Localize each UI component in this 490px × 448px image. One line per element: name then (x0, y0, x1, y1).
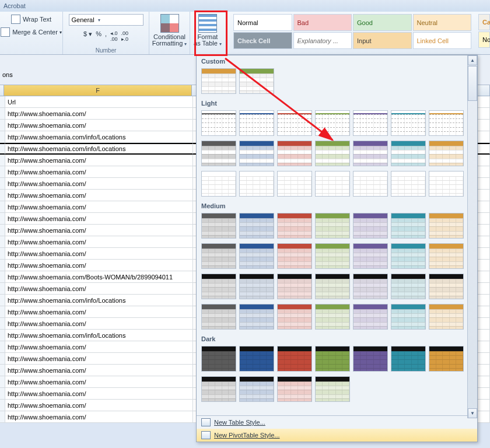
table-style-option[interactable] (277, 110, 312, 136)
table-style-option[interactable] (201, 243, 236, 269)
table-style-option[interactable] (315, 346, 350, 372)
cell-url[interactable]: http://www.shoemania.com/ (5, 400, 193, 411)
new-table-style-button[interactable]: New Table Style... (197, 416, 477, 429)
table-style-option[interactable] (239, 213, 274, 239)
table-style-option[interactable] (201, 171, 236, 197)
table-style-option[interactable] (429, 274, 464, 299)
table-style-option[interactable] (239, 346, 274, 372)
table-style-option[interactable] (201, 274, 236, 299)
table-style-option[interactable] (429, 346, 464, 372)
scroll-down-button[interactable]: ▼ (468, 408, 477, 418)
table-style-option[interactable] (353, 304, 388, 330)
cell-url[interactable]: http://www.shoemania.com/ (5, 411, 193, 423)
cell-url[interactable]: http://www.shoemania.com/ (5, 318, 193, 330)
table-style-option[interactable] (391, 171, 426, 197)
table-style-option[interactable] (391, 304, 426, 330)
table-style-option[interactable] (315, 110, 350, 136)
cell-url[interactable]: http://www.shoemania.com/Boots-WOMAN/b/2… (5, 271, 193, 283)
cell-url[interactable]: http://www.shoemania.com/ (5, 213, 193, 225)
table-style-option[interactable] (315, 171, 350, 197)
cell-url[interactable]: http://www.shoemania.com/ (5, 236, 193, 248)
table-style-option[interactable] (429, 304, 464, 330)
cell-url[interactable]: http://www.shoemania.com/ (5, 178, 193, 190)
table-style-option[interactable] (315, 213, 350, 239)
table-style-option[interactable] (429, 141, 464, 166)
table-style-option[interactable] (239, 141, 274, 166)
cell-url[interactable]: http://www.shoemania.com/ (5, 353, 193, 365)
cell-url[interactable]: http://www.shoemania.com/ (5, 166, 193, 178)
col-header-f[interactable]: F (4, 85, 192, 96)
percent-button[interactable]: % (96, 30, 102, 42)
table-style-option[interactable] (277, 243, 312, 269)
table-style-option[interactable] (315, 274, 350, 299)
table-style-option[interactable] (315, 376, 350, 402)
table-style-option[interactable] (201, 304, 236, 330)
table-style-option[interactable] (353, 346, 388, 372)
table-style-option[interactable] (239, 274, 274, 299)
table-style-option[interactable] (353, 171, 388, 197)
gallery-scrollbar[interactable]: ▲ ▼ (467, 55, 477, 418)
table-style-option[interactable] (391, 213, 426, 239)
table-style-option[interactable] (277, 213, 312, 239)
new-pivottable-style-button[interactable]: New PivotTable Style... (197, 429, 477, 442)
table-style-option[interactable] (353, 274, 388, 299)
cell-url[interactable]: http://www.shoemania.com/ (5, 108, 193, 120)
cell-url[interactable]: http://www.shoemania.com/ (5, 376, 193, 388)
cell-url[interactable]: http://www.shoemania.com/ (5, 120, 193, 131)
scroll-thumb[interactable] (468, 66, 477, 101)
cell-url[interactable]: http://www.shoemania.com/ (5, 341, 193, 353)
table-style-option[interactable] (353, 243, 388, 269)
cell-url[interactable]: http://www.shoemania.com/ (5, 388, 193, 400)
cell-url[interactable]: http://www.shoemania.com/ (5, 201, 193, 213)
conditional-formatting-button[interactable]: Conditional Formatting ▾ (152, 13, 187, 47)
table-style-option[interactable] (315, 304, 350, 330)
style-good[interactable]: Good (353, 14, 412, 31)
table-style-option[interactable] (391, 274, 426, 299)
decrease-decimal-button[interactable]: .00▸.0 (121, 30, 129, 42)
table-style-option[interactable] (239, 376, 274, 402)
table-style-option[interactable] (429, 110, 464, 136)
table-style-option[interactable] (277, 376, 312, 402)
table-style-option[interactable] (201, 376, 236, 402)
table-style-option[interactable] (239, 304, 274, 330)
style-neutral[interactable]: Neutral (413, 14, 472, 31)
format-as-table-gallery[interactable]: CustomLightMediumDark New Table Style...… (196, 55, 478, 442)
cell-url[interactable]: http://www.shoemania.com/ (5, 190, 193, 201)
table-style-option[interactable] (277, 346, 312, 372)
table-style-option[interactable] (201, 110, 236, 136)
table-style-option[interactable] (391, 346, 426, 372)
table-style-option[interactable] (201, 141, 236, 166)
table-style-option[interactable] (277, 274, 312, 299)
cell-url[interactable]: http://www.shoemania.com/ (5, 225, 193, 236)
currency-button[interactable]: $ ▾ (83, 30, 92, 42)
style-input[interactable]: Input (353, 32, 412, 49)
formula-bar-text[interactable]: ons (2, 71, 13, 78)
table-style-option[interactable] (429, 243, 464, 269)
style-calculation[interactable]: Cal (478, 14, 490, 30)
cell-url[interactable]: http://www.shoemania.com/ (5, 248, 193, 260)
format-as-table-button[interactable]: Format as Table ▾ (191, 13, 224, 47)
cell-url[interactable]: http://www.shoemania.com/ (5, 365, 193, 376)
cell-url[interactable]: http://www.shoemania.com/ (5, 155, 193, 166)
table-style-option[interactable] (315, 141, 350, 166)
style-check-cell[interactable]: Check Cell (233, 32, 292, 49)
cell-url[interactable]: http://www.shoemania.com/info/Locations (5, 131, 193, 143)
comma-button[interactable]: , (105, 30, 107, 42)
cell-url[interactable]: http://www.shoemania.com/info/Locations (5, 330, 193, 341)
cell-url[interactable]: http://www.shoemania.com/ (5, 283, 193, 295)
table-style-option[interactable] (201, 68, 236, 94)
table-style-option[interactable] (277, 141, 312, 166)
style-linked-cell[interactable]: Linked Cell (413, 32, 472, 49)
number-format-dropdown[interactable]: General ▾ (69, 14, 144, 26)
table-style-option[interactable] (429, 171, 464, 197)
increase-decimal-button[interactable]: ◂.0.00 (110, 30, 118, 42)
table-style-option[interactable] (391, 141, 426, 166)
merge-center-button[interactable]: Merge & Center ▾ (0, 26, 64, 38)
table-style-option[interactable] (239, 171, 274, 197)
table-style-option[interactable] (277, 171, 312, 197)
style-explanatory[interactable]: Explanatory ... (293, 32, 352, 49)
style-normal[interactable]: Normal (233, 14, 292, 31)
table-style-option[interactable] (315, 243, 350, 269)
table-style-option[interactable] (429, 213, 464, 239)
scroll-up-button[interactable]: ▲ (468, 55, 477, 65)
